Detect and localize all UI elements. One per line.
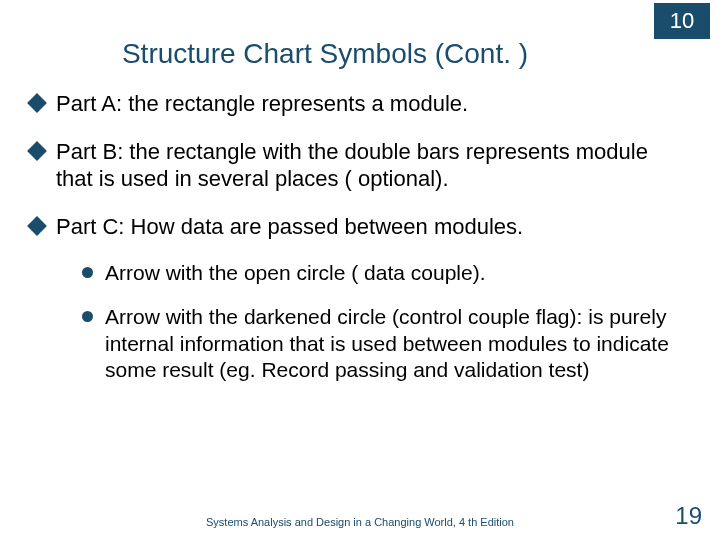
- dot-bullet-icon: [82, 267, 93, 278]
- bullet-item: Part A: the rectangle represents a modul…: [30, 90, 680, 118]
- page-number: 19: [675, 502, 702, 530]
- bullet-text: Part C: How data are passed between modu…: [56, 213, 523, 241]
- sub-bullet-text: Arrow with the darkened circle (control …: [105, 304, 680, 383]
- diamond-bullet-icon: [27, 216, 47, 236]
- diamond-bullet-icon: [27, 141, 47, 161]
- sub-list: Arrow with the open circle ( data couple…: [82, 260, 680, 383]
- sub-bullet-item: Arrow with the open circle ( data couple…: [82, 260, 680, 286]
- slide-title: Structure Chart Symbols (Cont. ): [0, 38, 720, 70]
- footer-text: Systems Analysis and Design in a Changin…: [0, 516, 720, 528]
- bullet-item: Part C: How data are passed between modu…: [30, 213, 680, 241]
- chapter-badge: 10: [654, 3, 710, 39]
- bullet-item: Part B: the rectangle with the double ba…: [30, 138, 680, 193]
- bullet-text: Part A: the rectangle represents a modul…: [56, 90, 468, 118]
- dot-bullet-icon: [82, 311, 93, 322]
- sub-bullet-item: Arrow with the darkened circle (control …: [82, 304, 680, 383]
- bullet-text: Part B: the rectangle with the double ba…: [56, 138, 680, 193]
- sub-bullet-text: Arrow with the open circle ( data couple…: [105, 260, 486, 286]
- diamond-bullet-icon: [27, 93, 47, 113]
- content-area: Part A: the rectangle represents a modul…: [30, 90, 680, 401]
